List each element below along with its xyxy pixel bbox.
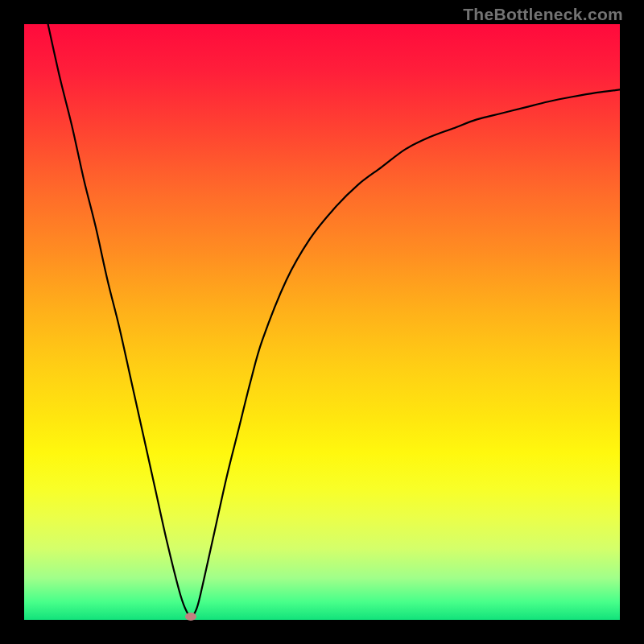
chart-viewport: TheBottleneck.com <box>0 0 644 644</box>
watermark-text: TheBottleneck.com <box>463 5 623 24</box>
minima-marker <box>185 613 196 621</box>
bottleneck-curve <box>24 24 620 620</box>
plot-area <box>24 24 620 620</box>
